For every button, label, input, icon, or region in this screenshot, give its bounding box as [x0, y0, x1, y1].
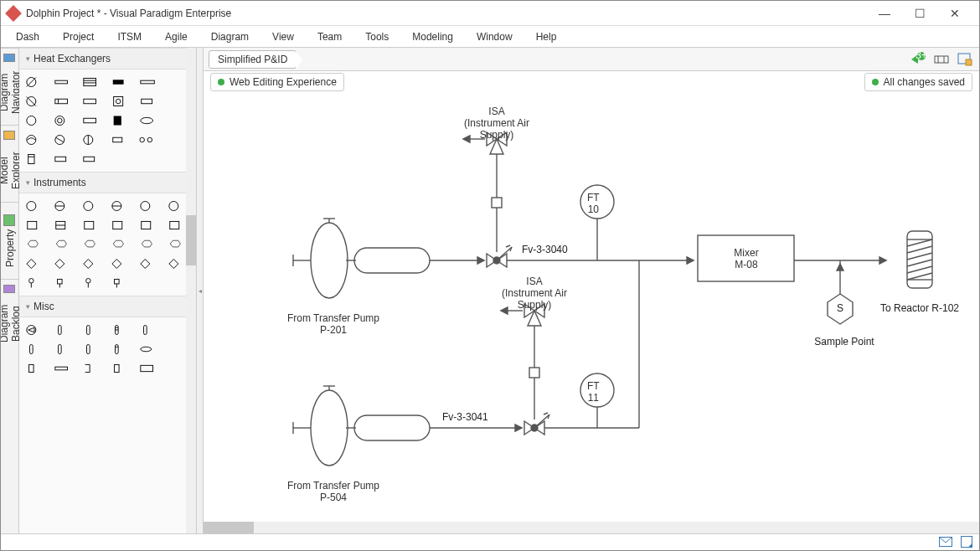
- palette-shape[interactable]: [51, 197, 75, 215]
- palette-shape[interactable]: [80, 321, 103, 339]
- palette-shape[interactable]: [80, 150, 103, 168]
- palette-shape[interactable]: [165, 111, 188, 130]
- palette-shape[interactable]: [137, 255, 160, 273]
- palette-shape[interactable]: [80, 340, 103, 358]
- menu-itsm[interactable]: ITSM: [117, 31, 142, 43]
- palette-shape[interactable]: [51, 235, 75, 254]
- palette-shape[interactable]: [23, 131, 46, 149]
- palette-shape[interactable]: [137, 131, 160, 149]
- palette-shape[interactable]: [23, 235, 46, 254]
- palette-shape[interactable]: [23, 73, 46, 91]
- palette-shape[interactable]: [51, 150, 75, 168]
- minimize-button[interactable]: —: [867, 2, 902, 25]
- palette-shape[interactable]: [137, 73, 160, 91]
- palette-shape[interactable]: [80, 197, 103, 215]
- diagram-canvas[interactable]: ISA(Instrument Air Supply) FT10 Fv-3-304…: [204, 93, 979, 533]
- palette-shape[interactable]: [137, 216, 160, 234]
- palette-section-instruments[interactable]: Instruments: [19, 172, 196, 193]
- palette-shape[interactable]: [165, 235, 188, 254]
- palette-shape[interactable]: [51, 321, 75, 339]
- palette-shape[interactable]: [51, 111, 75, 130]
- palette-shape[interactable]: [165, 92, 188, 111]
- palette-shape[interactable]: [51, 255, 75, 273]
- palette-shape[interactable]: [23, 150, 46, 168]
- palette-shape[interactable]: [137, 92, 160, 111]
- palette-shape[interactable]: [165, 197, 188, 215]
- palette-shape[interactable]: [23, 340, 46, 358]
- close-button[interactable]: ✕: [937, 2, 972, 25]
- palette-shape[interactable]: [80, 131, 103, 149]
- menu-diagram[interactable]: Diagram: [211, 31, 249, 43]
- palette-shape[interactable]: [108, 274, 132, 292]
- sidetab-model-explorer[interactable]: Model Explorer: [1, 125, 18, 202]
- palette-shape[interactable]: [80, 235, 103, 254]
- palette-shape[interactable]: [108, 235, 132, 254]
- palette-shape[interactable]: [108, 111, 132, 130]
- palette-shape[interactable]: [108, 131, 132, 149]
- palette-shape[interactable]: [80, 92, 103, 111]
- palette-shape[interactable]: [165, 131, 188, 149]
- palette-shape[interactable]: [108, 216, 132, 234]
- palette-shape[interactable]: [23, 274, 46, 292]
- diagram-tab[interactable]: Simplified P&ID: [209, 50, 297, 69]
- palette-shape[interactable]: [80, 359, 103, 378]
- canvas-scrollbar-h[interactable]: [204, 522, 979, 533]
- mail-icon[interactable]: [939, 537, 952, 549]
- palette-shape[interactable]: [23, 92, 46, 111]
- scrollbar-thumb[interactable]: [186, 215, 196, 265]
- palette-section-heat-exchangers[interactable]: Heat Exchangers: [19, 48, 196, 70]
- menu-dash[interactable]: Dash: [16, 31, 39, 43]
- palette-shape[interactable]: [51, 92, 75, 111]
- palette-shape[interactable]: [137, 321, 160, 339]
- palette-shape[interactable]: [108, 359, 132, 378]
- menu-team[interactable]: Team: [317, 31, 342, 43]
- palette-scrollbar[interactable]: [186, 48, 196, 533]
- palette-shape[interactable]: [165, 340, 188, 358]
- palette-shape[interactable]: [51, 274, 75, 292]
- menu-agile[interactable]: Agile: [165, 31, 188, 43]
- palette-shape[interactable]: [80, 255, 103, 273]
- menu-window[interactable]: Window: [477, 31, 513, 43]
- menu-tools[interactable]: Tools: [365, 31, 389, 43]
- palette-shape[interactable]: [23, 197, 46, 215]
- palette-shape[interactable]: [108, 73, 132, 91]
- palette-shape[interactable]: [137, 197, 160, 215]
- palette-shape[interactable]: [108, 197, 132, 215]
- palette-shape[interactable]: [51, 73, 75, 91]
- note-icon[interactable]: [961, 536, 972, 550]
- palette-shape[interactable]: [137, 340, 160, 358]
- scrollbar-thumb[interactable]: [204, 522, 254, 533]
- palette-shape[interactable]: [165, 321, 188, 339]
- palette-shape[interactable]: [23, 321, 46, 339]
- menu-help[interactable]: Help: [536, 31, 557, 43]
- palette-shape[interactable]: [165, 73, 188, 91]
- sidetab-diagram-backlog[interactable]: Diagram Backlog: [1, 279, 18, 356]
- menu-modeling[interactable]: Modeling: [412, 31, 453, 43]
- palette-shape[interactable]: [80, 216, 103, 234]
- palette-shape[interactable]: [137, 359, 160, 378]
- palette-shape[interactable]: [108, 255, 132, 273]
- palette-shape[interactable]: [80, 274, 103, 292]
- notification-icon[interactable]: 3+: [909, 50, 927, 69]
- splitter-handle[interactable]: [197, 48, 204, 533]
- add-panel-icon[interactable]: [956, 50, 974, 69]
- palette-shape[interactable]: [108, 340, 132, 358]
- palette-shape[interactable]: [165, 255, 188, 273]
- palette-shape[interactable]: [108, 92, 132, 111]
- palette-shape[interactable]: [51, 359, 75, 378]
- menu-view[interactable]: View: [272, 31, 294, 43]
- palette-shape[interactable]: [80, 111, 103, 130]
- palette-shape[interactable]: [80, 73, 103, 91]
- layout-icon[interactable]: [932, 50, 951, 69]
- menu-project[interactable]: Project: [63, 31, 94, 43]
- palette-shape[interactable]: [23, 359, 46, 378]
- palette-shape[interactable]: [165, 216, 188, 234]
- palette-shape[interactable]: [51, 216, 75, 234]
- palette-shape[interactable]: [51, 131, 75, 149]
- maximize-button[interactable]: ☐: [902, 2, 937, 25]
- sidetab-diagram-navigator[interactable]: Diagram Navigator: [1, 48, 18, 125]
- sidetab-property[interactable]: Property: [1, 202, 18, 279]
- palette-shape[interactable]: [23, 216, 46, 234]
- palette-shape[interactable]: [137, 111, 160, 130]
- palette-shape[interactable]: [23, 255, 46, 273]
